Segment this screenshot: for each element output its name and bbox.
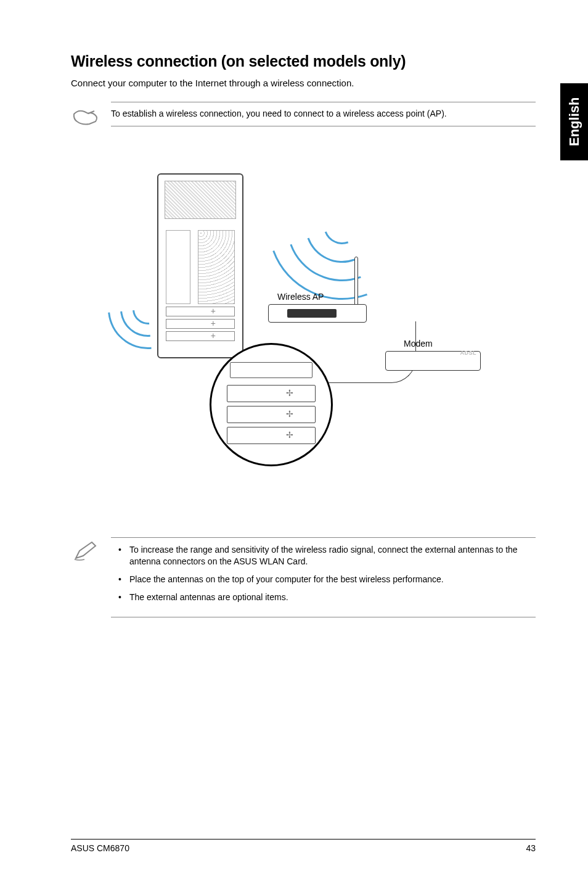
footer-product: ASUS CM6870 xyxy=(71,843,129,853)
note1-text: To establish a wireless connection, you … xyxy=(111,109,447,118)
modem-label: Modem xyxy=(404,339,433,349)
note2-content: To increase the range and sensitivity of… xyxy=(111,537,536,617)
wireless-ap-label: Wireless AP xyxy=(277,292,324,302)
page-heading: Wireless connection (on selected models … xyxy=(71,52,536,70)
note1-content: To establish a wireless connection, you … xyxy=(111,102,536,126)
note-block-2: To increase the range and sensitivity of… xyxy=(71,537,536,617)
modem-device xyxy=(385,351,481,371)
note2-item: The external antennas are optional items… xyxy=(118,592,536,603)
note2-list: To increase the range and sensitivity of… xyxy=(111,544,536,603)
wireless-ap-device xyxy=(268,304,367,323)
note-block-1: To establish a wireless connection, you … xyxy=(71,102,536,130)
hand-point-icon xyxy=(71,102,105,130)
wireless-diagram: Wireless AP Modem xyxy=(71,155,536,500)
ap-antenna xyxy=(354,257,358,306)
pencil-note-icon xyxy=(71,537,105,566)
intro-text: Connect your computer to the Internet th… xyxy=(71,78,536,88)
tower-vent xyxy=(198,230,235,304)
page-container: English Wireless connection (on selected… xyxy=(0,0,588,887)
zoom-port-row xyxy=(230,362,312,378)
page-footer: ASUS CM6870 43 xyxy=(71,839,536,853)
footer-page-number: 43 xyxy=(526,843,536,853)
zoom-detail-circle xyxy=(210,343,333,466)
zoom-slots xyxy=(227,385,316,448)
note2-item: Place the antennas on the top of your co… xyxy=(118,574,536,585)
note2-item: To increase the range and sensitivity of… xyxy=(118,544,536,567)
language-tab: English xyxy=(560,83,588,160)
